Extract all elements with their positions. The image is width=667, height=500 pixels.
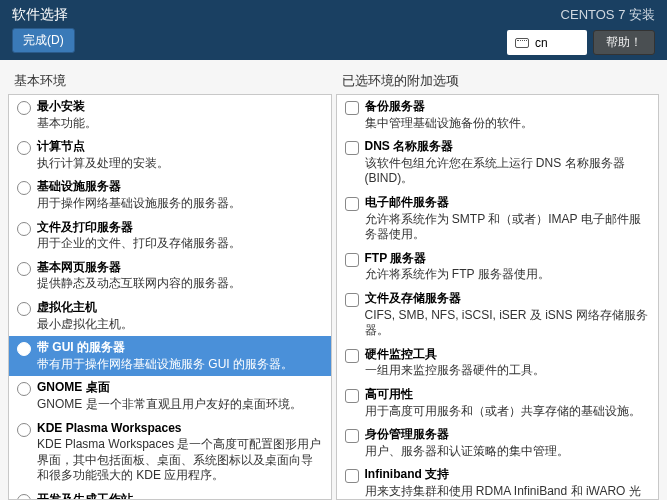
checkbox-icon (345, 101, 359, 115)
addon-name: FTP 服务器 (365, 251, 653, 267)
env-option[interactable]: 基础设施服务器用于操作网络基础设施服务的服务器。 (9, 175, 331, 215)
checkbox-icon (345, 141, 359, 155)
radio-icon (17, 141, 31, 155)
addon-name: 备份服务器 (365, 99, 653, 115)
radio-icon (17, 342, 31, 356)
radio-icon (17, 302, 31, 316)
env-name: 基础设施服务器 (37, 179, 325, 195)
base-env-title: 基本环境 (8, 68, 332, 94)
addon-desc: 用户、服务器和认证策略的集中管理。 (365, 444, 653, 460)
env-desc: 用于企业的文件、打印及存储服务器。 (37, 236, 325, 252)
env-option[interactable]: 基本网页服务器提供静态及动态互联网内容的服务器。 (9, 256, 331, 296)
addon-desc: 该软件包组允许您在系统上运行 DNS 名称服务器(BIND)。 (365, 156, 653, 187)
done-button[interactable]: 完成(D) (12, 28, 75, 53)
addon-name: 电子邮件服务器 (365, 195, 653, 211)
header-bar: 软件选择 完成(D) CENTOS 7 安装 cn 帮助！ (0, 0, 667, 60)
env-option[interactable]: 最小安装基本功能。 (9, 95, 331, 135)
addon-option[interactable]: 身份管理服务器用户、服务器和认证策略的集中管理。 (337, 423, 659, 463)
radio-icon (17, 423, 31, 437)
env-name: 计算节点 (37, 139, 325, 155)
env-desc: 带有用于操作网络基础设施服务 GUI 的服务器。 (37, 357, 325, 373)
env-desc: 用于操作网络基础设施服务的服务器。 (37, 196, 325, 212)
radio-icon (17, 101, 31, 115)
addon-option[interactable]: Infiniband 支持用来支持集群和使用 RDMA InfiniBand 和… (337, 463, 659, 500)
addon-name: 硬件监控工具 (365, 347, 653, 363)
addon-option[interactable]: DNS 名称服务器该软件包组允许您在系统上运行 DNS 名称服务器(BIND)。 (337, 135, 659, 191)
radio-icon (17, 382, 31, 396)
addons-list[interactable]: 备份服务器集中管理基础设施备份的软件。DNS 名称服务器该软件包组允许您在系统上… (336, 94, 660, 500)
env-option[interactable]: 带 GUI 的服务器带有用于操作网络基础设施服务 GUI 的服务器。 (9, 336, 331, 376)
content-area: 基本环境 最小安装基本功能。计算节点执行计算及处理的安装。基础设施服务器用于操作… (0, 60, 667, 500)
addon-name: 高可用性 (365, 387, 653, 403)
radio-icon (17, 222, 31, 236)
checkbox-icon (345, 253, 359, 267)
addon-name: Infiniband 支持 (365, 467, 653, 483)
env-name: 带 GUI 的服务器 (37, 340, 325, 356)
page-title: 软件选择 (12, 6, 75, 24)
env-option[interactable]: KDE Plasma WorkspacesKDE Plasma Workspac… (9, 417, 331, 488)
addon-option[interactable]: 备份服务器集中管理基础设施备份的软件。 (337, 95, 659, 135)
addon-desc: 集中管理基础设施备份的软件。 (365, 116, 653, 132)
env-option[interactable]: 虚拟化主机最小虚拟化主机。 (9, 296, 331, 336)
env-desc: 基本功能。 (37, 116, 325, 132)
addon-option[interactable]: 硬件监控工具一组用来监控服务器硬件的工具。 (337, 343, 659, 383)
addon-option[interactable]: 文件及存储服务器CIFS, SMB, NFS, iSCSI, iSER 及 iS… (337, 287, 659, 343)
addon-name: 身份管理服务器 (365, 427, 653, 443)
addon-name: DNS 名称服务器 (365, 139, 653, 155)
addons-pane: 已选环境的附加选项 备份服务器集中管理基础设施备份的软件。DNS 名称服务器该软… (336, 68, 660, 500)
env-desc: 最小虚拟化主机。 (37, 317, 325, 333)
checkbox-icon (345, 349, 359, 363)
keyboard-layout-label: cn (535, 36, 548, 50)
addon-name: 文件及存储服务器 (365, 291, 653, 307)
addon-desc: 一组用来监控服务器硬件的工具。 (365, 363, 653, 379)
addon-desc: CIFS, SMB, NFS, iSCSI, iSER 及 iSNS 网络存储服… (365, 308, 653, 339)
env-option[interactable]: GNOME 桌面GNOME 是一个非常直观且用户友好的桌面环境。 (9, 376, 331, 416)
addon-desc: 允许将系统作为 FTP 服务器使用。 (365, 267, 653, 283)
checkbox-icon (345, 293, 359, 307)
env-option[interactable]: 开发及生成工作站用于软件、硬件、图形或者内容开发的工作站。 (9, 488, 331, 500)
env-name: 虚拟化主机 (37, 300, 325, 316)
env-name: GNOME 桌面 (37, 380, 325, 396)
installer-name: CENTOS 7 安装 (561, 6, 655, 24)
radio-icon (17, 181, 31, 195)
env-option[interactable]: 计算节点执行计算及处理的安装。 (9, 135, 331, 175)
env-name: 基本网页服务器 (37, 260, 325, 276)
addon-option[interactable]: 高可用性用于高度可用服务和（或者）共享存储的基础设施。 (337, 383, 659, 423)
env-desc: 执行计算及处理的安装。 (37, 156, 325, 172)
env-name: 最小安装 (37, 99, 325, 115)
radio-icon (17, 494, 31, 500)
env-option[interactable]: 文件及打印服务器用于企业的文件、打印及存储服务器。 (9, 216, 331, 256)
addon-option[interactable]: FTP 服务器允许将系统作为 FTP 服务器使用。 (337, 247, 659, 287)
checkbox-icon (345, 197, 359, 211)
addons-title: 已选环境的附加选项 (336, 68, 660, 94)
checkbox-icon (345, 469, 359, 483)
env-desc: GNOME 是一个非常直观且用户友好的桌面环境。 (37, 397, 325, 413)
addon-desc: 允许将系统作为 SMTP 和（或者）IMAP 电子邮件服务器使用。 (365, 212, 653, 243)
env-name: 文件及打印服务器 (37, 220, 325, 236)
checkbox-icon (345, 389, 359, 403)
env-name: 开发及生成工作站 (37, 492, 325, 500)
addon-option[interactable]: 电子邮件服务器允许将系统作为 SMTP 和（或者）IMAP 电子邮件服务器使用。 (337, 191, 659, 247)
env-desc: KDE Plasma Workspaces 是一个高度可配置图形用户界面，其中包… (37, 437, 325, 484)
addon-desc: 用于高度可用服务和（或者）共享存储的基础设施。 (365, 404, 653, 420)
keyboard-icon (515, 38, 529, 48)
addon-desc: 用来支持集群和使用 RDMA InfiniBand 和 iWARO 光纤的网状连… (365, 484, 653, 500)
base-env-pane: 基本环境 最小安装基本功能。计算节点执行计算及处理的安装。基础设施服务器用于操作… (8, 68, 332, 500)
keyboard-layout-selector[interactable]: cn (507, 30, 587, 55)
env-desc: 提供静态及动态互联网内容的服务器。 (37, 276, 325, 292)
help-button[interactable]: 帮助！ (593, 30, 655, 55)
checkbox-icon (345, 429, 359, 443)
radio-icon (17, 262, 31, 276)
base-env-list[interactable]: 最小安装基本功能。计算节点执行计算及处理的安装。基础设施服务器用于操作网络基础设… (8, 94, 332, 500)
env-name: KDE Plasma Workspaces (37, 421, 325, 437)
